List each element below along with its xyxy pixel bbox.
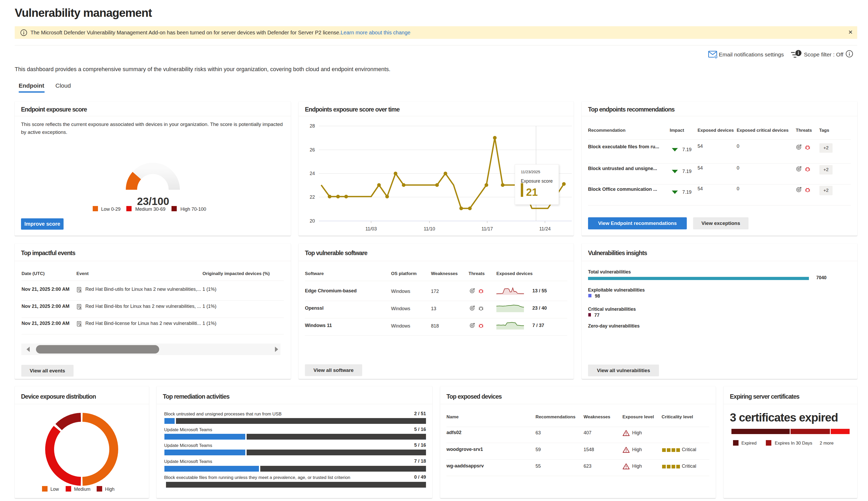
- svg-text:11/10: 11/10: [423, 226, 435, 232]
- svg-text:22: 22: [310, 194, 315, 200]
- svg-text:24: 24: [310, 171, 315, 176]
- svg-text:26: 26: [310, 147, 315, 152]
- svg-text:20: 20: [310, 218, 315, 224]
- svg-text:28: 28: [310, 123, 315, 129]
- svg-text:11/17: 11/17: [481, 226, 493, 232]
- svg-text:11/24: 11/24: [539, 226, 551, 232]
- svg-text:11/03: 11/03: [365, 226, 377, 232]
